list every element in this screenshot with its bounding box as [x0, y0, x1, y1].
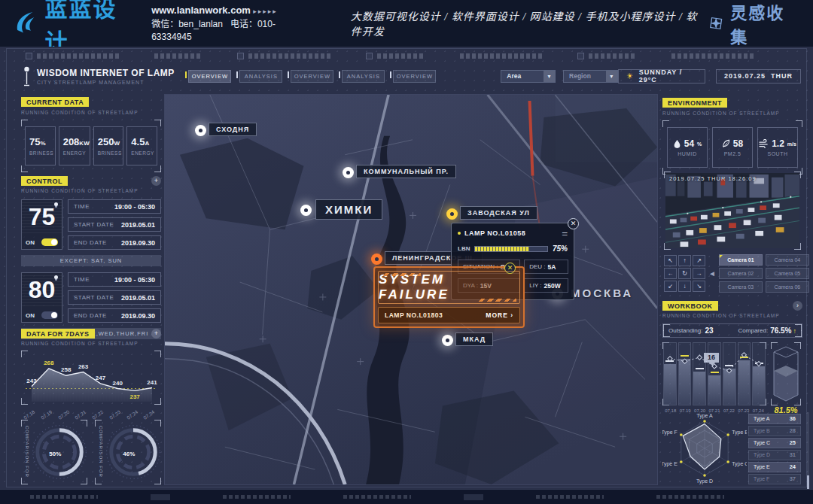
map-label[interactable]: МОСКВА	[564, 284, 640, 302]
collect-label: 灵感收集	[730, 0, 798, 47]
legend-row-type-f[interactable]: Type F37	[748, 474, 801, 484]
stat-value: 250	[98, 136, 114, 147]
power-toggle[interactable]	[41, 238, 58, 246]
camera-prev-button[interactable]: ◄	[708, 269, 716, 278]
date-tick: 07.24	[142, 406, 160, 421]
pan-up-right-button[interactable]: ↗	[693, 255, 705, 266]
panel-label: CONTROL	[21, 176, 68, 186]
legend-row-type-b[interactable]: Type B28	[748, 426, 801, 436]
tab-analysis-2[interactable]: ANALYSIS	[342, 70, 385, 83]
add-icon[interactable]: +	[151, 176, 161, 186]
date-tick: 07.23	[108, 406, 126, 421]
legend-row-type-a[interactable]: Type A36	[748, 414, 801, 424]
field-liy: LIY :250W	[524, 278, 568, 293]
map-label[interactable]: КОММУНАЛЬНЫЙ ПР.	[356, 165, 456, 178]
gauge-label: COMPARISON FOR	[99, 426, 103, 478]
lbn-bar-fill	[475, 247, 529, 251]
on-label: ON	[26, 312, 35, 319]
tab-analysis-1[interactable]: ANALYSIS	[239, 70, 282, 83]
pan-up-button[interactable]: ↑	[678, 255, 691, 266]
env-value: 58	[733, 138, 743, 149]
tab-overview-2[interactable]: OVERVIEW	[291, 70, 333, 83]
start-date-row[interactable]: START DATE 2019.05.01	[68, 290, 161, 305]
lamp-pin[interactable]	[442, 335, 453, 346]
area-select[interactable]: Area ▾	[501, 70, 556, 83]
legend-row-type-c[interactable]: Type C25	[748, 438, 801, 448]
tab-overview-3[interactable]: OVERVIEW	[393, 70, 436, 83]
stat-box-watt: 250W BRINESS	[93, 126, 124, 165]
panel-subtitle: RUNNING CONDITION OF STREETLAMP	[21, 188, 161, 193]
map-label[interactable]: ХИМКИ	[315, 199, 382, 220]
camera-06-button[interactable]: Camera 06	[766, 281, 809, 293]
lamp-id: LAMP NO.L01058	[464, 229, 525, 237]
chevron-down-icon: ▾	[606, 71, 617, 82]
current-data-stats: 75% BRINESS 208KW ENERGY 250W BRINESS 4.…	[21, 120, 161, 172]
lamp-pin[interactable]	[300, 205, 312, 216]
svg-text:Type E: Type E	[662, 461, 678, 467]
time-row[interactable]: TIME 19:00 - 05:30	[68, 199, 161, 214]
end-date-row[interactable]: END DATE 2019.09.30	[68, 235, 161, 250]
lamp-pin[interactable]	[446, 208, 458, 220]
more-link[interactable]: MORE ›	[486, 311, 513, 319]
camera-feed[interactable]: 2019.07.25 THUR 18:26:09	[664, 172, 801, 250]
svg-text:258: 258	[61, 366, 72, 373]
reset-view-button[interactable]: ↻	[678, 268, 691, 279]
power-toggle[interactable]	[41, 311, 58, 319]
services-text: 大数据可视化设计 / 软件界面设计 / 网站建设 / 手机及小程序设计 / 软件…	[351, 8, 708, 38]
dashboard-header: WISDOM INTERNET OF LAMP CITY STREETLAMP …	[23, 65, 801, 87]
svg-text:Type B: Type B	[732, 430, 747, 436]
inspiration-collect-link[interactable]: 灵感收集	[708, 0, 798, 47]
map-label[interactable]: МКАД	[455, 332, 493, 346]
region-select[interactable]: Region ▾	[563, 70, 618, 83]
camera-01-button[interactable]: Camera 01	[719, 254, 763, 266]
end-date-row[interactable]: END DATE 2019.09.30	[68, 308, 161, 323]
camera-controls: ↖ ↑ ↗ ← ↻ → ↙ ↓ ↘ ◄ Camera 01 Camera 04 …	[664, 254, 801, 293]
row-label: START DATE	[74, 221, 114, 228]
chevron-right-icon[interactable]: ›	[793, 301, 802, 311]
stat-unit: %	[40, 140, 45, 147]
pan-down-button[interactable]: ↓	[678, 281, 691, 292]
legend-row-type-d[interactable]: Type D31	[748, 450, 801, 460]
area-select-value: Area	[507, 72, 521, 80]
gauge-label: COMPARISON FOR	[25, 426, 29, 478]
legend-row-type-e[interactable]: Type E24	[748, 462, 801, 472]
arrows-decoration: ▸▸▸▸▸	[253, 8, 278, 15]
website-link[interactable]: www.lanlanwork.com	[151, 5, 251, 16]
camera-timestamp: 2019.07.25 THUR 18:26:09	[669, 175, 757, 182]
tab-overview-1[interactable]: OVERVIEW	[188, 70, 231, 83]
camera-02-button[interactable]: Camera 02	[719, 268, 763, 279]
pan-down-right-button[interactable]: ↘	[693, 281, 705, 292]
date-widget: 2019.07.25 THUR	[716, 69, 801, 83]
camera-05-button[interactable]: Camera 05	[766, 268, 809, 279]
page-subtitle: CITY STREETLAMP MANAGEMENT	[37, 80, 175, 85]
row-label: TIME	[74, 203, 90, 210]
lamp-pin[interactable]	[343, 167, 354, 178]
date-tick: 07.24	[126, 406, 143, 421]
time-row[interactable]: TIME 19:00 - 05:30	[68, 272, 161, 287]
close-icon[interactable]: ✕	[568, 218, 579, 229]
pan-down-left-button[interactable]: ↙	[664, 281, 677, 292]
right-scrollbar[interactable]	[807, 412, 809, 496]
leaf-icon	[722, 139, 730, 148]
map-label[interactable]: СХОДНЯ	[209, 123, 257, 136]
env-value: 1.2	[772, 138, 784, 149]
lamp-pin[interactable]	[371, 254, 382, 265]
lamp-pin[interactable]	[195, 125, 206, 136]
camera-03-button[interactable]: Camera 03	[719, 281, 763, 293]
tab-bar: OVERVIEW ANALYSIS OVERVIEW ANALYSIS OVER…	[188, 70, 436, 83]
outstanding-value: 23	[705, 326, 713, 335]
stat-name: BRINESS	[29, 150, 53, 156]
panel-label: ENVIRONMENT	[662, 98, 727, 108]
panel-label: CURRENT DATA	[21, 97, 89, 107]
pan-left-button[interactable]: ←	[664, 268, 677, 279]
camera-04-button[interactable]: Camera 04	[766, 254, 809, 266]
map-label[interactable]: ЗАВОДСКАЯ УЛ	[460, 206, 537, 220]
start-date-row[interactable]: START DATE 2019.05.01	[68, 217, 161, 232]
environment-stats: 54% HUMID 58 PM2.5	[662, 120, 802, 175]
pan-up-left-button[interactable]: ↖	[664, 255, 677, 266]
city-map[interactable]: СХОДНЯ КОММУНАЛЬНЫЙ ПР. ХИМКИ ЗАВОДСКАЯ …	[164, 94, 658, 485]
add-icon[interactable]: +	[151, 329, 161, 339]
pan-right-button[interactable]: →	[693, 268, 705, 279]
sliders-icon[interactable]: ⚌	[562, 229, 568, 237]
row-value: 19:00 - 05:30	[114, 276, 155, 284]
